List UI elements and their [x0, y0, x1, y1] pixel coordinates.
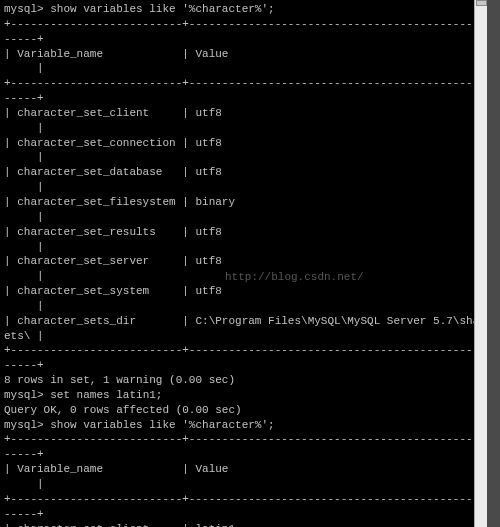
- terminal-line: mysql> show variables like '%character%'…: [4, 2, 470, 17]
- terminal-line: |: [4, 210, 470, 225]
- terminal-line: -----+: [4, 358, 470, 373]
- mysql-prompt: mysql>: [4, 3, 44, 15]
- terminal-line: -----+: [4, 507, 470, 522]
- terminal-line: | character_sets_dir | C:\Program Files\…: [4, 314, 470, 329]
- terminal-line: |: [4, 240, 470, 255]
- terminal-line: |: [4, 180, 470, 195]
- terminal-line: |: [4, 121, 470, 136]
- terminal-line: -----+: [4, 447, 470, 462]
- terminal-line: +--------------------------+------------…: [4, 17, 470, 32]
- scrollbar-thumb[interactable]: [476, 0, 487, 6]
- terminal-line: | character_set_filesystem | binary: [4, 195, 470, 210]
- window-edge: [487, 0, 500, 527]
- terminal-line: +--------------------------+------------…: [4, 432, 470, 447]
- terminal-line: | Variable_name | Value: [4, 47, 470, 62]
- terminal-line: | character_set_server | utf8: [4, 254, 470, 269]
- mysql-prompt: mysql>: [4, 389, 44, 401]
- terminal-output: mysql> show variables like '%character%'…: [0, 0, 474, 527]
- terminal-line: mysql> show variables like '%character%'…: [4, 418, 470, 433]
- terminal-line: | character_set_client | latin1: [4, 522, 470, 527]
- terminal-line: |: [4, 269, 470, 284]
- terminal-line: 8 rows in set, 1 warning (0.00 sec): [4, 373, 470, 388]
- mysql-prompt: mysql>: [4, 419, 44, 431]
- terminal-line: |: [4, 150, 470, 165]
- terminal-line: | Variable_name | Value: [4, 462, 470, 477]
- terminal-line: +--------------------------+------------…: [4, 343, 470, 358]
- vertical-scrollbar[interactable]: [474, 0, 487, 527]
- terminal-line: |: [4, 477, 470, 492]
- terminal-line: -----+: [4, 32, 470, 47]
- terminal-line: |: [4, 61, 470, 76]
- terminal-line: | character_set_database | utf8: [4, 165, 470, 180]
- terminal-line: | character_set_system | utf8: [4, 284, 470, 299]
- terminal-line: +--------------------------+------------…: [4, 492, 470, 507]
- terminal-line: | character_set_client | utf8: [4, 106, 470, 121]
- terminal-line: | character_set_results | utf8: [4, 225, 470, 240]
- terminal-line: mysql> set names latin1;: [4, 388, 470, 403]
- terminal-line: | character_set_connection | utf8: [4, 136, 470, 151]
- terminal-line: ets\ |: [4, 329, 470, 344]
- terminal-line: +--------------------------+------------…: [4, 76, 470, 91]
- terminal-line: Query OK, 0 rows affected (0.00 sec): [4, 403, 470, 418]
- terminal-line: -----+: [4, 91, 470, 106]
- terminal-line: |: [4, 299, 470, 314]
